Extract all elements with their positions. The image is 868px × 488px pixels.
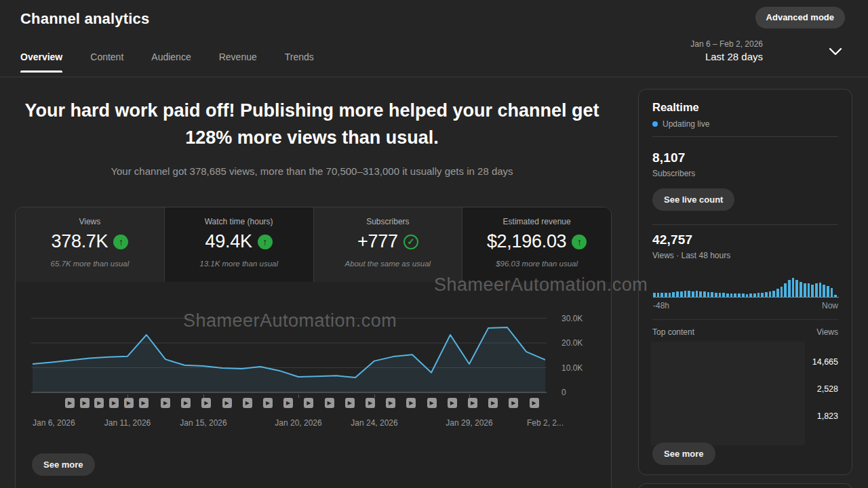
video-play-marker-icon[interactable]: ▶ [530, 398, 539, 408]
chevron-down-icon[interactable] [829, 47, 842, 56]
x-tick-mark [127, 394, 128, 398]
page-title: Channel analytics [20, 10, 149, 28]
video-play-marker-icon[interactable]: ▶ [509, 398, 518, 408]
realtime-bar [719, 293, 722, 297]
video-play-marker-icon[interactable]: ▶ [488, 398, 498, 408]
realtime-bar [772, 291, 775, 297]
video-play-marker-icon[interactable]: ▶ [243, 398, 252, 408]
realtime-bar [749, 293, 752, 297]
realtime-bar [776, 289, 779, 297]
video-play-marker-icon[interactable]: ▶ [345, 398, 355, 408]
realtime-bar [761, 293, 764, 297]
top-content-row-views[interactable]: 1,823 [817, 411, 838, 421]
realtime-bar [753, 293, 756, 297]
tab-content[interactable]: Content [90, 52, 123, 73]
video-play-marker-icon[interactable]: ▶ [427, 398, 437, 408]
video-play-marker-icon[interactable]: ▶ [468, 398, 477, 408]
metric-value: 49.4K↑ [165, 231, 313, 252]
metric-value: +777✓ [314, 231, 462, 252]
video-play-marker-icon[interactable]: ▶ [124, 398, 134, 408]
views-line-chart[interactable] [31, 304, 548, 394]
date-range-picker[interactable]: Jan 6 – Feb 2, 2026 Last 28 days [690, 39, 763, 62]
video-play-marker-icon[interactable]: ▶ [406, 398, 416, 408]
video-play-marker-icon[interactable]: ▶ [161, 398, 170, 408]
video-play-marker-icon[interactable]: ▶ [201, 398, 211, 408]
metric-value: $2,196.03↑ [462, 231, 611, 252]
x-tick-label: Jan 6, 2026 [33, 418, 75, 428]
metric-note: 65.7K more than usual [16, 260, 164, 268]
x-tick-label: Jan 24, 2026 [351, 418, 397, 428]
video-play-marker-icon[interactable]: ▶ [80, 398, 90, 408]
top-content-row-views[interactable]: 14,665 [812, 357, 838, 367]
realtime-bar [831, 288, 833, 297]
up-arrow-icon: ↑ [572, 235, 587, 249]
realtime-title: Realtime [652, 101, 699, 114]
realtime-bar [769, 291, 772, 297]
realtime-bar [815, 283, 818, 297]
x-tick-mark [374, 394, 375, 398]
x-tick-mark [469, 394, 470, 398]
realtime-bar-chart[interactable] [653, 277, 839, 298]
video-play-marker-icon[interactable]: ▶ [139, 398, 149, 408]
metric-note: 13.1K more than usual [165, 260, 313, 268]
metric-cards-row: Views378.7K↑65.7K more than usualWatch t… [16, 207, 611, 282]
realtime-subscribers-label: Subscribers [652, 169, 695, 178]
video-play-marker-icon[interactable]: ▶ [448, 398, 457, 408]
advanced-mode-button[interactable]: Advanced mode [755, 7, 845, 28]
up-arrow-icon: ↑ [258, 235, 273, 249]
see-more-button[interactable]: See more [32, 453, 95, 476]
metric-card-views[interactable]: Views378.7K↑65.7K more than usual [16, 207, 165, 282]
next-card-partial [638, 483, 852, 488]
metric-note: About the same as usual [314, 260, 462, 268]
realtime-bar [676, 291, 679, 297]
see-live-count-button[interactable]: See live count [652, 188, 734, 211]
video-play-marker-icon[interactable]: ▶ [181, 398, 191, 408]
video-play-marker-icon[interactable]: ▶ [366, 398, 375, 408]
video-play-marker-icon[interactable]: ▶ [109, 398, 119, 408]
divider [652, 224, 838, 225]
date-range-label: Last 28 days [690, 51, 763, 62]
top-content-row-views[interactable]: 2,528 [817, 384, 838, 394]
video-play-marker-icon[interactable]: ▶ [94, 398, 104, 408]
video-play-marker-icon[interactable]: ▶ [65, 398, 75, 408]
metric-card-watch-time-hours[interactable]: Watch time (hours)49.4K↑13.1K more than … [165, 207, 314, 282]
metric-label: Watch time (hours) [165, 217, 313, 226]
realtime-bar [660, 293, 663, 297]
analytics-tabs: OverviewContentAudienceRevenueTrends [20, 52, 314, 73]
divider [652, 136, 838, 137]
y-tick-label: 20.0K [561, 338, 597, 348]
metric-card-estimated-revenue[interactable]: Estimated revenue$2,196.03↑$96.03 more t… [462, 207, 611, 282]
tab-trends[interactable]: Trends [285, 52, 314, 73]
realtime-bar [819, 283, 822, 297]
realtime-bar [696, 291, 698, 297]
date-range-text: Jan 6 – Feb 2, 2026 [690, 39, 763, 49]
realtime-bar [726, 293, 729, 297]
video-play-marker-icon[interactable]: ▶ [386, 398, 395, 408]
tab-overview[interactable]: Overview [20, 52, 62, 73]
realtime-axis-end: Now [822, 301, 838, 310]
realtime-bar [669, 293, 671, 297]
x-tick-mark [298, 394, 299, 398]
realtime-bar [742, 293, 745, 297]
realtime-bar [795, 280, 798, 297]
video-play-marker-icon[interactable]: ▶ [325, 398, 334, 408]
video-play-marker-icon[interactable]: ▶ [263, 398, 273, 408]
realtime-bar [653, 293, 656, 297]
realtime-bar [711, 292, 713, 297]
realtime-bar [738, 293, 741, 297]
x-tick-mark [203, 394, 204, 398]
tab-revenue[interactable]: Revenue [219, 52, 257, 73]
metric-card-subscribers[interactable]: Subscribers+777✓About the same as usual [314, 207, 463, 282]
realtime-bar [688, 291, 690, 297]
realtime-axis-start: -48h [653, 301, 669, 310]
realtime-bar [699, 291, 702, 297]
video-play-marker-icon[interactable]: ▶ [222, 398, 232, 408]
realtime-bar [680, 291, 683, 297]
video-play-marker-icon[interactable]: ▶ [283, 398, 293, 408]
realtime-see-more-button[interactable]: See more [652, 443, 715, 465]
views-column-header: Views [816, 327, 838, 337]
hero-insight: Your hard work paid off! Publishing more… [0, 97, 624, 177]
tab-audience[interactable]: Audience [151, 52, 191, 73]
realtime-status-text: Updating live [663, 119, 709, 129]
video-play-marker-icon[interactable]: ▶ [304, 398, 313, 408]
